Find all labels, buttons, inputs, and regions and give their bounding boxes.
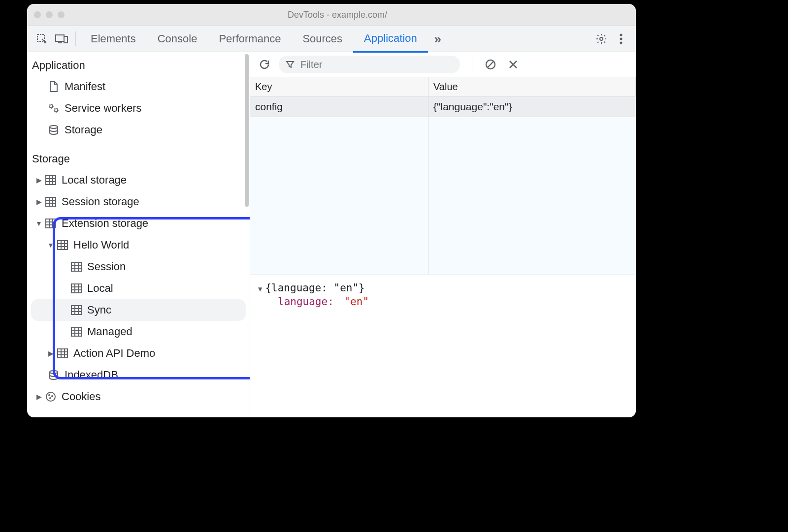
tab-console[interactable]: Console	[147, 26, 208, 52]
table-icon	[44, 219, 58, 228]
sidebar-item-label: Managed	[87, 325, 132, 338]
refresh-icon[interactable]	[256, 56, 273, 73]
svg-point-21	[49, 395, 50, 396]
more-tabs-icon[interactable]: »	[428, 29, 448, 49]
tab-application[interactable]: Application	[353, 26, 428, 53]
maximize-window-icon[interactable]	[58, 11, 65, 18]
chevron-right-icon: ▶	[34, 176, 44, 184]
close-window-icon[interactable]	[34, 11, 41, 18]
sidebar-item-sync[interactable]: Sync	[31, 299, 246, 321]
sidebar-item-label: Extension storage	[62, 217, 148, 230]
preview-value: "en"	[344, 296, 369, 308]
tab-elements[interactable]: Elements	[80, 26, 147, 52]
svg-rect-14	[71, 262, 81, 271]
svg-point-5	[620, 38, 623, 40]
sidebar-item-storage[interactable]: Storage	[27, 119, 250, 141]
chevron-right-icon: ▶	[46, 349, 56, 357]
svg-point-23	[50, 398, 51, 399]
traffic-lights	[34, 11, 65, 18]
gears-icon	[47, 103, 61, 114]
device-toggle-icon[interactable]	[52, 29, 71, 49]
minimize-window-icon[interactable]	[46, 11, 53, 18]
tab-performance[interactable]: Performance	[208, 26, 292, 52]
table-icon	[44, 175, 58, 185]
kebab-menu-icon[interactable]	[611, 29, 631, 49]
sidebar-item-local-storage[interactable]: ▶ Local storage	[27, 169, 250, 191]
sidebar-item-session[interactable]: Session	[27, 256, 250, 278]
svg-rect-12	[46, 219, 56, 228]
chevron-down-icon: ▼	[34, 219, 44, 227]
table-icon	[69, 305, 83, 315]
sidebar-item-session-storage[interactable]: ▶ Session storage	[27, 191, 250, 213]
inspect-icon[interactable]	[32, 29, 52, 49]
sidebar-item-label: Session storage	[62, 195, 139, 208]
table-header-key[interactable]: Key	[250, 77, 428, 97]
database-icon	[47, 370, 61, 380]
gear-icon[interactable]	[591, 29, 611, 49]
sidebar-item-label: Action API Demo	[73, 347, 155, 360]
table-icon	[56, 240, 69, 250]
table-icon	[69, 327, 83, 337]
scrollbar[interactable]	[245, 54, 249, 207]
table-row-value[interactable]: {"language":"en"}	[428, 97, 636, 117]
svg-rect-10	[46, 176, 56, 185]
sidebar-item-label: Cookies	[62, 390, 100, 403]
cookie-icon	[44, 391, 58, 402]
section-application: Application	[27, 52, 250, 76]
sidebar-item-cookies[interactable]: ▶ Cookies	[27, 386, 250, 407]
sidebar-item-label: Local	[87, 282, 113, 295]
svg-point-20	[46, 392, 55, 401]
value-preview: ▼{language: "en"} language: "en"	[250, 275, 636, 417]
sidebar-item-service-workers[interactable]: Service workers	[27, 97, 250, 119]
titlebar: DevTools - example.com/	[27, 4, 636, 26]
svg-point-9	[50, 125, 58, 128]
main-tabs: Elements Console Performance Sources App…	[27, 26, 636, 52]
table-row-key[interactable]: config	[250, 97, 428, 117]
close-icon[interactable]	[505, 56, 522, 73]
sidebar-item-manifest[interactable]: Manifest	[27, 76, 250, 97]
sidebar-item-local[interactable]: Local	[27, 278, 250, 299]
svg-point-6	[620, 42, 623, 44]
filter-icon	[286, 60, 295, 69]
sidebar-item-label: Local storage	[62, 174, 127, 187]
document-icon	[47, 81, 61, 93]
sidebar-item-managed[interactable]: Managed	[27, 321, 250, 343]
clear-icon[interactable]	[482, 56, 499, 73]
svg-rect-17	[71, 327, 81, 336]
svg-rect-13	[58, 241, 67, 250]
table-icon	[56, 348, 69, 358]
sidebar-item-label: Hello World	[73, 239, 129, 251]
toolbar	[250, 52, 636, 77]
svg-point-4	[620, 34, 623, 36]
svg-point-3	[600, 37, 603, 40]
section-storage: Storage	[27, 141, 250, 169]
sidebar-item-label: Sync	[87, 304, 111, 316]
filter-input[interactable]	[299, 59, 453, 71]
table-icon	[69, 283, 83, 293]
table-empty-area[interactable]	[250, 117, 636, 275]
table-icon	[69, 262, 83, 272]
sidebar-item-indexeddb[interactable]: IndexedDB	[27, 364, 250, 386]
sidebar-item-label: IndexedDB	[65, 369, 118, 381]
chevron-down-icon[interactable]: ▼	[258, 285, 262, 293]
tab-sources[interactable]: Sources	[292, 26, 353, 52]
preview-key: language:	[278, 296, 334, 308]
svg-rect-11	[46, 197, 56, 206]
svg-rect-18	[58, 349, 67, 358]
svg-rect-16	[71, 306, 81, 314]
svg-point-19	[50, 371, 58, 374]
filter-box[interactable]	[279, 56, 460, 73]
sidebar-item-hello-world[interactable]: ▼ Hello World	[27, 234, 250, 256]
chevron-right-icon: ▶	[34, 198, 44, 206]
window-title: DevTools - example.com/	[65, 10, 610, 20]
svg-rect-2	[64, 36, 67, 43]
sidebar-item-extension-storage[interactable]: ▼ Extension storage	[27, 213, 250, 234]
chevron-down-icon: ▼	[46, 241, 56, 249]
table-header-value[interactable]: Value	[428, 77, 636, 97]
devtools-window: DevTools - example.com/ Elements Console…	[27, 4, 636, 417]
svg-point-22	[52, 396, 53, 397]
sidebar-item-action-api-demo[interactable]: ▶ Action API Demo	[27, 343, 250, 364]
sidebar-item-label: Storage	[65, 124, 102, 136]
preview-summary: {language: "en"}	[265, 282, 364, 294]
sidebar-item-label: Service workers	[65, 102, 141, 115]
